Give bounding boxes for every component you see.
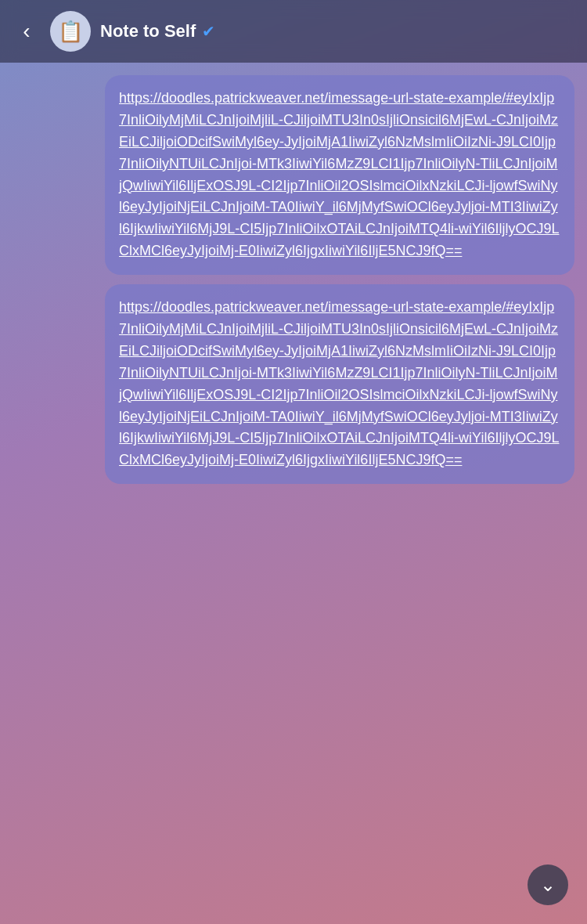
back-button[interactable]: ‹ (13, 17, 41, 45)
page-title: Note to Self (100, 21, 196, 42)
avatar-icon: 📋 (58, 20, 83, 44)
back-icon: ‹ (23, 19, 30, 44)
chevron-down-icon: ⌄ (540, 874, 556, 896)
avatar: 📋 (50, 11, 91, 52)
message-bubble: https://doodles.patrickweaver.net/imessa… (105, 75, 574, 275)
verified-badge-icon: ✔ (202, 22, 215, 41)
messages-container: https://doodles.patrickweaver.net/imessa… (0, 63, 587, 924)
header: ‹ 📋 Note to Self ✔ (0, 0, 587, 63)
messages-area: https://doodles.patrickweaver.net/imessa… (0, 63, 587, 484)
message-bubble: https://doodles.patrickweaver.net/imessa… (105, 284, 574, 484)
message-link-1[interactable]: https://doodles.patrickweaver.net/imessa… (119, 88, 560, 262)
header-title-wrap: Note to Self ✔ (100, 21, 215, 42)
message-link-2[interactable]: https://doodles.patrickweaver.net/imessa… (119, 297, 560, 471)
scroll-down-button[interactable]: ⌄ (528, 864, 568, 905)
